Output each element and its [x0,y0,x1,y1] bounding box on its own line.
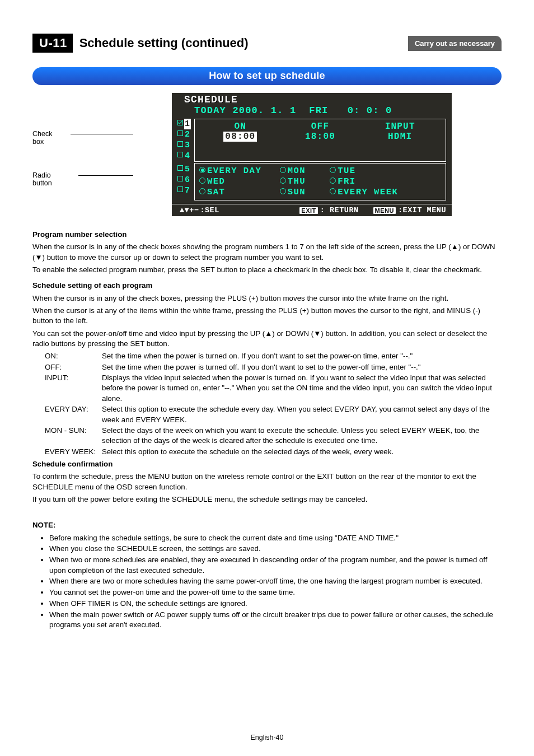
note-item: You cannot set the power-on time and the… [49,587,502,598]
arrow-keys-icon: ▲▼+− [180,206,199,214]
program-2[interactable]: 2 [185,130,190,139]
val-input[interactable]: HDMI [360,132,440,142]
osd-figure: Check box Radio button SCHEDULE TODAY 20… [32,93,502,216]
label-sel: :SEL [200,206,219,214]
program-7[interactable]: 7 [185,186,190,195]
menu-key-icon: MENU [373,207,396,214]
def-row: INPUT:Displays the video input selected … [45,373,502,404]
p-sc-1: To confirm the schedule, press the MENU … [32,472,502,492]
osd-program-numbers: 1 2 3 4 [172,117,194,162]
section-code: U-11 [32,34,73,53]
check-icon[interactable] [177,141,183,147]
day-wed[interactable]: WED [207,176,225,186]
h-schedule-confirmation: Schedule confirmation [32,459,502,469]
label-exit-menu: :EXIT MENU [398,206,446,214]
p-pns-1: When the cursor is in any of the check b… [32,242,502,263]
program-6[interactable]: 6 [185,175,190,185]
day-mon[interactable]: MON [288,166,306,176]
def-row: ON:Set the time when the power is turned… [45,351,502,361]
val-on[interactable]: 08:00 [200,132,280,142]
def-desc-every-day: Select this option to execute the schedu… [102,404,502,425]
note-item: When OFF TIMER is ON, the schedule setti… [49,599,502,609]
val-off[interactable]: 18:00 [280,132,360,142]
note-item: When there are two or more schedules hav… [49,576,502,586]
radio-icon[interactable] [330,178,336,184]
check-icon[interactable] [177,165,183,171]
program-3[interactable]: 3 [185,141,190,150]
osd-today-line: TODAY 2000. 1. 1 FRI 0: 0: 0 [172,105,452,117]
osd-values-frame: ON OFF INPUT 08:00 18:00 HDMI [194,119,446,162]
osd-days-frame: EVERY DAY MON TUE WED THU FRI SAT SUN EV… [194,163,446,200]
def-term-off: OFF: [45,362,102,372]
def-desc-input: Displays the video input selected when t… [102,373,502,404]
section-header: U-11 Schedule setting (continued) Carry … [32,34,502,53]
col-off: OFF [280,122,360,132]
radio-icon[interactable] [199,178,205,184]
osd-program-numbers-2: 5 6 7 [172,162,194,204]
p-ss-3: You can set the power-on/off time and vi… [32,329,502,349]
p-ss-2: When the cursor is at any of the items w… [32,306,502,326]
def-desc-off: Set the time when the power is turned of… [102,362,502,372]
col-on: ON [200,122,280,132]
check-icon[interactable] [177,152,183,157]
definition-list: ON:Set the time when the power is turned… [45,351,502,456]
def-term-every-week: EVERY WEEK: [45,447,102,457]
p-pns-2: To enable the selected program number, p… [32,265,502,275]
day-every-week[interactable]: EVERY WEEK [338,187,398,197]
radio-icon[interactable] [199,188,205,194]
p-ss-1: When the cursor is in any of the check b… [32,293,502,304]
osd-title: SCHEDULE [172,94,452,105]
program-4[interactable]: 4 [185,151,190,161]
note-item: When the main power switch or AC power s… [49,610,502,631]
radio-icon[interactable] [280,188,286,194]
radio-icon[interactable] [280,178,286,184]
section-title: Schedule setting (continued) [79,36,408,50]
col-input: INPUT [360,122,440,132]
program-5[interactable]: 5 [185,165,190,174]
osd-panel: SCHEDULE TODAY 2000. 1. 1 FRI 0: 0: 0 1 … [172,93,452,216]
def-row: MON - SUN:Select the days of the week on… [45,426,502,446]
radio-icon[interactable] [330,167,336,173]
note-label: NOTE: [32,520,502,530]
day-every-day[interactable]: EVERY DAY [207,166,261,176]
def-desc-every-week: Select this option to execute the schedu… [102,447,502,457]
day-thu[interactable]: THU [288,176,306,186]
def-row: EVERY WEEK:Select this option to execute… [45,447,502,457]
osd-footer: ▲▼+−:SEL EXIT: RETURN MENU:EXIT MENU [172,204,452,216]
page-number: English-40 [0,734,534,741]
check-icon[interactable] [177,120,183,125]
notes-list: Before making the schedule settings, be … [32,533,502,631]
def-term-mon-sun: MON - SUN: [45,426,102,446]
label-return: : RETURN [320,206,359,214]
note-item: When two or more schedules are enabled, … [49,555,502,576]
day-fri[interactable]: FRI [338,176,355,186]
def-row: OFF:Set the time when the power is turne… [45,362,502,372]
necessity-badge: Carry out as necessary [408,36,502,51]
blue-heading: How to set up schedule [32,67,502,85]
day-sat[interactable]: SAT [207,187,225,197]
note-item: When you close the SCHEDULE screen, the … [49,544,502,554]
radio-icon[interactable] [280,167,286,173]
callout-checkbox: Check box [32,130,52,146]
radio-icon[interactable] [330,188,336,194]
day-tue[interactable]: TUE [338,166,355,176]
day-sun[interactable]: SUN [288,187,306,197]
check-icon[interactable] [177,186,183,192]
callout-radiobutton: Radio button [32,171,52,187]
def-row: EVERY DAY:Select this option to execute … [45,404,502,425]
h-schedule-setting: Schedule setting of each program [32,281,502,291]
def-term-input: INPUT: [45,373,102,404]
check-icon[interactable] [177,130,183,136]
def-term-on: ON: [45,351,102,361]
radio-icon[interactable] [199,167,205,173]
def-desc-on: Set the time when the power is turned on… [102,351,502,361]
check-icon[interactable] [177,176,183,181]
def-term-every-day: EVERY DAY: [45,404,102,425]
exit-key-icon: EXIT [299,207,317,214]
def-desc-mon-sun: Select the days of the week on which you… [102,426,502,446]
program-1[interactable]: 1 [184,119,191,129]
note-item: Before making the schedule settings, be … [49,533,502,543]
p-sc-2: If you turn off the power before exiting… [32,494,502,505]
h-program-number-selection: Program number selection [32,230,502,240]
